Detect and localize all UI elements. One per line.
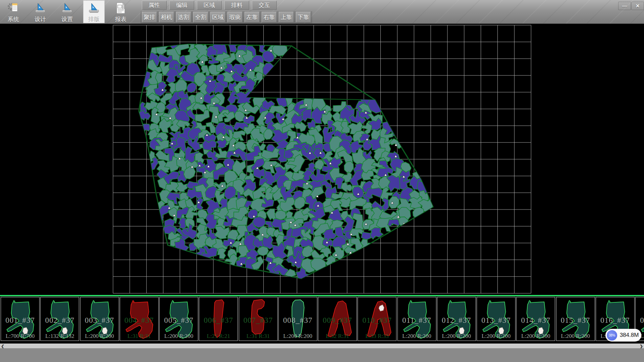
tool-item-row2-10[interactable]: 下靠	[296, 12, 311, 22]
filmstrip-cell-008_#37[interactable]: 008_#37 L:200 R:200	[278, 297, 317, 341]
piece-thumbnail	[398, 298, 435, 340]
mode-button-label: 排版	[88, 15, 100, 23]
piece-thumbnail	[279, 298, 316, 340]
menu-item-row1-1[interactable]: 属性	[142, 1, 167, 10]
close-button[interactable]: ✕	[631, 2, 644, 10]
piece-thumbnail	[2, 298, 39, 340]
piece-thumbnail	[160, 298, 197, 340]
tool-item-row2-2[interactable]: 相机	[159, 12, 174, 22]
filmstrip-cell-003_#37[interactable]: 003_#37 L:200 R:200	[80, 297, 119, 341]
menu-item-row1-5[interactable]: 交互	[252, 1, 277, 10]
tool-item-row2-8[interactable]: 右靠	[262, 12, 277, 22]
filmstrip-cell-013_#37[interactable]: 013_#37 L:200 R:200	[477, 297, 516, 341]
menu-item-row1-2[interactable]: 编辑	[169, 1, 194, 10]
nesting-canvas[interactable]	[0, 23, 644, 296]
piece-thumbnail	[121, 298, 158, 340]
piece-thumbnail	[557, 298, 594, 340]
filmstrip-cell-009_#37[interactable]: 009_#37 L:32 R:31	[318, 297, 357, 341]
filmstrip-cell-001_#37[interactable]: 001_#37 L:700 R:700	[1, 297, 40, 341]
piece-thumbnail	[478, 298, 515, 340]
piece-thumbnail	[359, 298, 395, 340]
tool-item-row2-4[interactable]: 全割	[193, 12, 208, 22]
mode-button-label: 报表	[115, 15, 126, 23]
filmstrip-cell-002_#37[interactable]: 002_#37 L:132 R:132	[40, 297, 79, 341]
design-icon	[33, 1, 47, 15]
mode-button-1[interactable]: 系统	[3, 0, 24, 23]
system-icon	[6, 1, 20, 15]
main-mode-buttons: 系统 设计 设置 排版	[3, 0, 131, 23]
minimize-button[interactable]: —	[618, 2, 631, 10]
menu-item-row1-3[interactable]: 区域	[197, 1, 222, 10]
tool-item-row2-1[interactable]: 聚排	[142, 12, 157, 22]
piece-thumbnail	[41, 298, 78, 340]
tool-item-row2-5[interactable]: 区域	[210, 12, 225, 22]
progress-badge: 38% 384.8M	[605, 329, 641, 342]
piece-thumbnail	[200, 298, 237, 340]
menu-row-2: 聚排相机选割全割区域瑕疵左靠右靠上靠下靠	[142, 12, 311, 22]
filmstrip-cell-012_#37[interactable]: 012_#37 L:200 R:200	[437, 297, 476, 341]
mode-button-5[interactable]: 报表	[110, 0, 131, 23]
piece-thumbnail	[240, 298, 277, 340]
filmstrip-cell-010_#37[interactable]: 010_#37 L:33 R:33	[358, 297, 396, 341]
piece-thumbnail	[438, 298, 475, 340]
app-window: 系统 设计 设置 排版	[0, 0, 644, 362]
nested-pieces-layer	[139, 40, 435, 282]
mode-button-label: 设置	[61, 15, 73, 23]
layout-icon	[87, 1, 101, 15]
filmstrip-cell-005_#37[interactable]: 005_#37 L:200 R:200	[159, 297, 198, 341]
report-icon	[114, 1, 128, 15]
menu-row-1: 属性编辑区域排料交互	[142, 1, 277, 10]
mode-button-label: 设计	[35, 15, 46, 23]
bottom-bar	[0, 348, 644, 362]
piece-thumbnail	[81, 298, 118, 340]
horizontal-scrollbar[interactable]: ❮ ❯	[0, 344, 644, 348]
mode-button-2[interactable]: 设计	[30, 0, 51, 23]
tool-item-row2-9[interactable]: 上靠	[279, 12, 294, 22]
mode-button-label: 系统	[8, 15, 19, 23]
piece-filmstrip: 001_#37 L:700 R:700 002_#37 L:132 R:132 …	[0, 296, 644, 344]
filmstrip-cell-006_#37[interactable]: 006_#37 L:21 R:21	[199, 297, 238, 341]
toolbar: 系统 设计 设置 排版	[0, 0, 644, 24]
mode-button-4[interactable]: 排版	[83, 0, 105, 23]
piece-thumbnail	[517, 298, 554, 340]
tool-item-row2-7[interactable]: 左靠	[245, 12, 260, 22]
filmstrip-cell-004_#37[interactable]: 004_#37 L:31 R:31	[120, 297, 159, 341]
filmstrip-cell-007_#37[interactable]: 007_#37 L:31 R:31	[239, 297, 278, 341]
mode-button-3[interactable]: 设置	[56, 0, 78, 23]
filmstrip-cell-015_#37[interactable]: 015_#37 L:200 R:200	[556, 297, 595, 341]
tool-item-row2-6[interactable]: 瑕疵	[227, 12, 243, 22]
filmstrip-cell-011_#37[interactable]: 011_#37 L:200 R:200	[397, 297, 436, 341]
filmstrip-cell-014_#37[interactable]: 014_#37 L:200 R:200	[516, 297, 555, 341]
memory-label: 384.8M	[617, 332, 641, 339]
scroll-left-button[interactable]: ❮	[0, 344, 5, 349]
menu-item-row1-4[interactable]: 排料	[224, 1, 249, 10]
settings-icon	[60, 1, 74, 15]
progress-percent-circle: 38%	[607, 330, 617, 341]
scroll-right-button[interactable]: ❯	[639, 344, 644, 349]
piece-thumbnail	[319, 298, 356, 340]
tool-item-row2-3[interactable]: 选割	[176, 12, 191, 22]
